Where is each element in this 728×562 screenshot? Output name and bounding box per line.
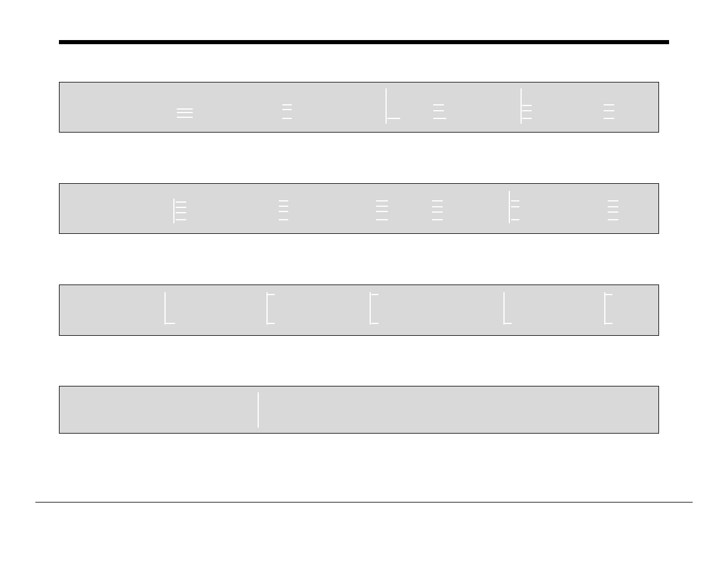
tick-mark <box>433 110 444 111</box>
tick-mark <box>608 200 618 201</box>
tick-mark <box>387 118 400 119</box>
table-1 <box>59 82 659 133</box>
tick-mark <box>522 118 532 119</box>
tick-mark <box>177 108 193 110</box>
top-horizontal-rule <box>59 40 669 44</box>
tick-mark <box>282 118 292 119</box>
tick-mark <box>176 219 186 220</box>
tick-mark <box>433 118 446 119</box>
tick-mark <box>605 294 612 295</box>
tick-mark <box>176 201 186 203</box>
tick-mark <box>608 219 618 220</box>
tick-mark <box>370 292 371 325</box>
tick-mark <box>511 206 519 207</box>
tick-mark <box>503 292 505 325</box>
tick-mark <box>432 206 443 207</box>
tick-mark <box>165 323 175 324</box>
tick-mark <box>371 323 378 324</box>
tick-mark <box>604 292 605 325</box>
tick-mark <box>605 323 612 324</box>
tick-mark <box>266 292 268 325</box>
tick-mark <box>376 211 388 212</box>
tick-mark <box>177 112 193 113</box>
tick-mark <box>604 118 614 119</box>
tick-mark <box>433 104 444 105</box>
tick-mark <box>511 200 519 201</box>
tick-mark <box>521 88 522 124</box>
tick-mark <box>432 219 443 220</box>
bottom-horizontal-rule <box>35 502 693 503</box>
tick-mark <box>279 200 288 201</box>
tick-mark <box>376 219 388 220</box>
tick-mark <box>268 323 275 324</box>
tick-mark <box>608 206 618 207</box>
tick-mark <box>432 211 443 213</box>
tick-mark <box>522 105 532 106</box>
tick-mark <box>279 206 288 207</box>
tick-mark <box>176 212 186 213</box>
table-2 <box>59 183 659 234</box>
tick-mark <box>282 104 292 105</box>
tick-mark <box>258 392 259 428</box>
tick-mark <box>432 200 443 201</box>
tick-mark <box>268 294 275 295</box>
tick-mark <box>173 199 174 223</box>
tick-mark <box>376 206 388 207</box>
tick-mark <box>505 323 512 324</box>
tick-mark <box>376 200 388 201</box>
tick-mark <box>386 88 387 124</box>
tick-mark <box>371 294 378 295</box>
tick-mark <box>509 191 510 223</box>
tick-mark <box>177 117 193 118</box>
tick-mark <box>522 110 532 111</box>
tick-mark <box>511 219 519 220</box>
tick-mark <box>176 207 186 208</box>
table-3 <box>59 285 659 336</box>
tick-mark <box>282 109 292 110</box>
tick-mark <box>608 211 618 213</box>
tick-mark <box>604 110 614 111</box>
table-4 <box>59 386 659 434</box>
tick-mark <box>279 211 288 212</box>
tick-mark <box>279 219 288 220</box>
tick-mark <box>604 104 614 105</box>
tick-mark <box>164 292 166 325</box>
